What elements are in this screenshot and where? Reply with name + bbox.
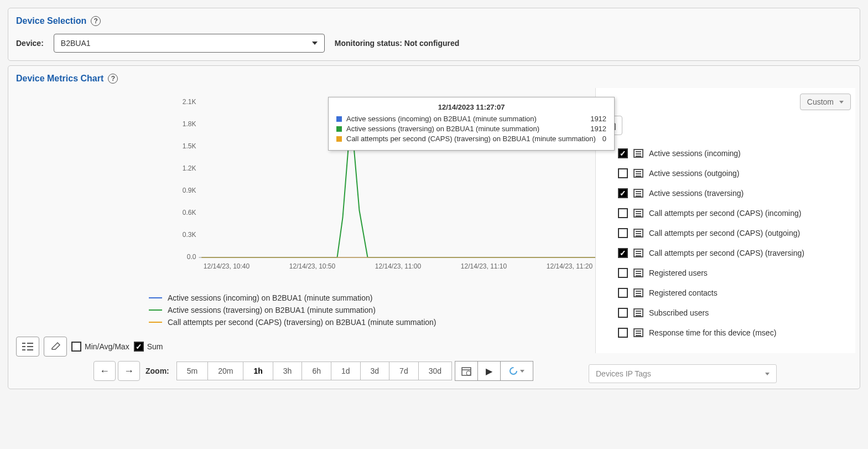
metric-item[interactable]: Registered contacts bbox=[618, 288, 855, 298]
list-icon bbox=[633, 308, 643, 317]
legend-toggle-button[interactable] bbox=[16, 337, 39, 357]
device-select[interactable]: B2BUA1 bbox=[54, 34, 325, 53]
device-row: Device: B2BUA1 Monitoring status: Not co… bbox=[16, 34, 852, 53]
swatch-icon bbox=[336, 136, 342, 142]
metric-item[interactable]: Subscribed users bbox=[618, 308, 855, 318]
device-label: Device: bbox=[16, 39, 44, 48]
svg-rect-18 bbox=[22, 346, 25, 347]
legend-swatch bbox=[149, 322, 162, 323]
svg-text:12/14/23, 11:00: 12/14/23, 11:00 bbox=[375, 262, 422, 270]
device-selection-panel: Device Selection ? Device: B2BUA1 Monito… bbox=[8, 8, 860, 61]
checkbox-icon bbox=[618, 328, 628, 338]
checkbox-icon bbox=[618, 208, 628, 218]
zoom-30d[interactable]: 30d bbox=[418, 362, 452, 380]
metric-item[interactable]: Call attempts per second (CAPS) (incomin… bbox=[618, 208, 855, 218]
calendar-button[interactable] bbox=[455, 361, 478, 381]
title-text: Device Metrics Chart bbox=[16, 74, 103, 84]
chevron-down-icon bbox=[312, 42, 318, 45]
zoom-1h[interactable]: 1h bbox=[243, 362, 273, 380]
eraser-button[interactable] bbox=[44, 337, 67, 357]
help-icon[interactable]: ? bbox=[91, 16, 101, 26]
svg-rect-19 bbox=[27, 346, 33, 347]
svg-text:0.9K: 0.9K bbox=[183, 187, 196, 194]
devices-ip-tags-select[interactable]: Devices IP Tags bbox=[589, 364, 777, 383]
y-axis: 0.0 0.3K 0.6K 0.9K 1.2K 1.5K 1.8K 2.1K bbox=[183, 98, 196, 261]
svg-text:1.8K: 1.8K bbox=[183, 120, 196, 128]
list-icon bbox=[633, 169, 643, 178]
swatch-icon bbox=[336, 126, 342, 132]
metric-item[interactable]: Call attempts per second (CAPS) (outgoin… bbox=[618, 228, 855, 238]
svg-text:0.0: 0.0 bbox=[187, 253, 196, 261]
zoom-6h[interactable]: 6h bbox=[302, 362, 331, 380]
svg-text:1.5K: 1.5K bbox=[183, 142, 196, 150]
svg-text:12/14/23, 10:40: 12/14/23, 10:40 bbox=[204, 262, 250, 270]
title-text: Device Selection bbox=[16, 16, 86, 26]
checkbox-icon bbox=[618, 148, 628, 158]
svg-text:12/14/23, 11:10: 12/14/23, 11:10 bbox=[461, 262, 507, 270]
swatch-icon bbox=[336, 116, 342, 122]
list-icon bbox=[633, 229, 643, 238]
checkbox-icon bbox=[618, 188, 628, 198]
refresh-dropdown[interactable] bbox=[500, 361, 533, 381]
svg-rect-20 bbox=[22, 349, 25, 350]
list-icon bbox=[633, 328, 643, 337]
metric-item[interactable]: Active sessions (traversing) bbox=[618, 188, 855, 198]
zoom-20m[interactable]: 20m bbox=[207, 362, 243, 380]
zoom-label: Zoom: bbox=[145, 367, 169, 375]
play-button[interactable]: ▶ bbox=[477, 361, 501, 381]
zoom-7d[interactable]: 7d bbox=[389, 362, 419, 380]
metrics-library-panel: ry Custom Active sessions (incoming) Act… bbox=[595, 88, 855, 353]
list-icon bbox=[633, 288, 643, 297]
monitoring-status: Monitoring status: Not configured bbox=[335, 39, 460, 48]
zoom-3d[interactable]: 3d bbox=[360, 362, 390, 380]
prev-button[interactable]: ← bbox=[93, 361, 116, 381]
svg-marker-22 bbox=[52, 343, 60, 349]
svg-text:2.1K: 2.1K bbox=[183, 98, 196, 106]
minavgmax-checkbox[interactable]: Min/Avg/Max bbox=[71, 342, 129, 352]
list-icon bbox=[633, 249, 643, 257]
chevron-down-icon bbox=[765, 373, 770, 375]
legend-swatch bbox=[149, 309, 162, 311]
metric-item[interactable]: Call attempts per second (CAPS) (travers… bbox=[618, 248, 855, 258]
custom-button[interactable]: Custom bbox=[800, 94, 851, 110]
chevron-down-icon bbox=[520, 370, 524, 373]
svg-text:12/14/23, 10:50: 12/14/23, 10:50 bbox=[289, 262, 336, 270]
checkbox-icon bbox=[618, 268, 628, 278]
metric-item[interactable]: Active sessions (incoming) bbox=[618, 148, 855, 158]
tooltip-row: Active sessions (traversing) on B2BUA1 (… bbox=[336, 125, 606, 133]
device-selection-title: Device Selection ? bbox=[16, 16, 852, 26]
svg-rect-17 bbox=[27, 343, 33, 344]
tooltip-row: Active sessions (incoming) on B2BUA1 (mi… bbox=[336, 115, 606, 123]
zoom-3h[interactable]: 3h bbox=[273, 362, 303, 380]
svg-text:0.6K: 0.6K bbox=[183, 209, 196, 216]
svg-text:12/14/23, 11:20: 12/14/23, 11:20 bbox=[547, 262, 593, 270]
tooltip-row: Call attempts per second (CAPS) (travers… bbox=[336, 135, 606, 143]
svg-rect-21 bbox=[27, 349, 33, 350]
svg-text:0.3K: 0.3K bbox=[183, 231, 196, 239]
svg-point-26 bbox=[510, 368, 517, 374]
chevron-down-icon bbox=[839, 101, 844, 104]
checkbox-icon bbox=[618, 308, 628, 318]
list-icon bbox=[633, 189, 643, 198]
tooltip-timestamp: 12/14/2023 11:27:07 bbox=[336, 103, 606, 111]
zoom-1d[interactable]: 1d bbox=[331, 362, 361, 380]
metric-item[interactable]: Registered users bbox=[618, 268, 855, 278]
help-icon[interactable]: ? bbox=[108, 74, 118, 84]
checkbox-icon bbox=[134, 342, 144, 352]
svg-point-25 bbox=[466, 371, 471, 375]
checkbox-icon bbox=[618, 248, 628, 258]
zoom-5m[interactable]: 5m bbox=[176, 362, 208, 380]
list-icon bbox=[633, 149, 643, 158]
sum-checkbox[interactable]: Sum bbox=[134, 342, 163, 352]
checkbox-icon bbox=[71, 342, 81, 352]
checkbox-icon bbox=[618, 168, 628, 178]
metric-item[interactable]: Response time for this device (msec) bbox=[618, 328, 855, 338]
device-metrics-panel: Device Metrics Chart ? 12/14/2023 11:27:… bbox=[8, 65, 860, 389]
metric-list: Active sessions (incoming) Active sessio… bbox=[601, 148, 855, 338]
device-value: B2BUA1 bbox=[61, 39, 91, 48]
list-icon bbox=[633, 209, 643, 218]
svg-rect-16 bbox=[22, 343, 25, 344]
next-button[interactable]: → bbox=[118, 361, 140, 381]
list-icon bbox=[633, 269, 643, 277]
metric-item[interactable]: Active sessions (outgoing) bbox=[618, 168, 855, 178]
